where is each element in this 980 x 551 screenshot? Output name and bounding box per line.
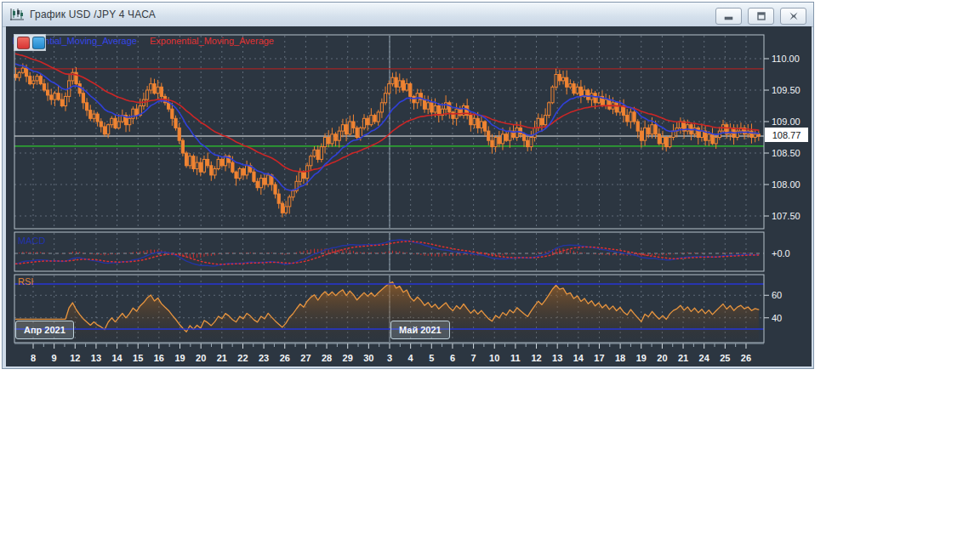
price-axis-label: 108.50 <box>772 148 801 158</box>
time-axis-label: 19 <box>636 353 647 363</box>
time-axis-label: 29 <box>343 353 353 363</box>
time-axis-label: 16 <box>154 353 164 363</box>
window-titlebar[interactable]: График USD /JPY 4 ЧАСА <box>3 3 813 27</box>
indicator-buttons-panel <box>14 34 46 51</box>
chart-app-icon <box>9 8 25 21</box>
chart-canvas[interactable]: 110.00109.50109.00108.50108.00107.50+0.0… <box>6 26 812 366</box>
time-axis-label: 26 <box>741 353 751 363</box>
time-axis-label: 13 <box>91 353 101 363</box>
time-axis-label: 5 <box>429 353 434 363</box>
price-axis-label: 109.00 <box>772 116 801 127</box>
rsi-layer <box>16 282 759 343</box>
rsi-axis-label: 60 <box>772 290 782 300</box>
current-price-label: 108.77 <box>765 128 808 142</box>
price-axis[interactable]: 110.00109.50109.00108.50108.00107.50+0.0… <box>764 54 801 323</box>
time-axis-label: 4 <box>408 353 414 363</box>
time-axis-label: 11 <box>510 353 521 363</box>
time-axis-label: 12 <box>531 353 541 363</box>
time-axis-label: 25 <box>720 353 730 363</box>
month-label-may: Май 2021 <box>390 321 450 339</box>
macd-panel-title: MACD <box>18 236 45 246</box>
desktop: График USD /JPY 4 ЧАСА <box>0 0 980 551</box>
time-axis-label: 13 <box>552 353 562 363</box>
time-axis-label: 3 <box>387 353 392 363</box>
time-axis-label: 21 <box>217 353 227 363</box>
restore-button[interactable] <box>748 8 774 25</box>
time-axis-label: 27 <box>300 353 311 363</box>
close-button[interactable] <box>780 8 806 25</box>
time-axis-label: 23 <box>259 353 269 363</box>
price-axis-label: 108.00 <box>772 179 801 190</box>
minimize-button[interactable] <box>715 8 742 25</box>
time-axis-label: 12 <box>70 353 80 363</box>
time-axis-label: 20 <box>196 353 206 363</box>
macd-axis-label: +0.0 <box>772 248 790 258</box>
red-indicator-button[interactable] <box>17 37 30 49</box>
price-axis-label: 107.50 <box>772 211 801 221</box>
time-axis-label: 20 <box>657 353 667 363</box>
minimize-icon <box>724 12 734 20</box>
time-axis-label: 7 <box>471 353 476 363</box>
time-axis-label: 22 <box>237 353 248 363</box>
time-axis-label: 14 <box>573 353 584 363</box>
time-axis-label: 15 <box>133 353 143 363</box>
indicator-legend: Exponential_Moving_Average Exponential_M… <box>13 36 274 48</box>
time-axis-label: 18 <box>615 353 625 363</box>
time-axis-label: 21 <box>678 353 688 363</box>
time-axis-label: 14 <box>111 353 122 363</box>
month-label-april: Апр 2021 <box>15 321 74 339</box>
legend-ema-slow[interactable]: Exponential_Moving_Average <box>150 36 274 46</box>
chart-window: График USD /JPY 4 ЧАСА <box>2 2 814 369</box>
time-axis-label: 10 <box>489 353 499 363</box>
restore-icon <box>756 12 766 20</box>
time-axis-label: 19 <box>174 353 185 363</box>
time-axis-label: 24 <box>699 353 710 363</box>
price-axis-label: 110.00 <box>772 54 800 64</box>
candles-layer <box>14 63 761 217</box>
time-axis-label: 28 <box>322 353 332 363</box>
time-axis-label: 17 <box>594 353 604 363</box>
time-axis-label: 26 <box>280 353 290 363</box>
time-axis-label: 9 <box>52 353 57 363</box>
time-axis-label: 6 <box>450 353 455 363</box>
macd-layer <box>16 240 759 266</box>
window-title: График USD /JPY 4 ЧАСА <box>30 9 156 20</box>
rsi-axis-label: 40 <box>772 313 782 323</box>
price-axis-label: 109.50 <box>772 85 801 95</box>
time-axis[interactable]: 8912131415161920212223262728293034567101… <box>14 344 764 363</box>
window-controls <box>715 8 806 25</box>
blue-indicator-button[interactable] <box>32 37 45 49</box>
rsi-panel-title: RSI <box>18 276 33 287</box>
time-axis-label: 30 <box>363 353 373 363</box>
close-icon <box>789 12 799 20</box>
chart-client-area: 110.00109.50109.00108.50108.00107.50+0.0… <box>6 26 812 366</box>
time-axis-label: 8 <box>31 353 36 363</box>
